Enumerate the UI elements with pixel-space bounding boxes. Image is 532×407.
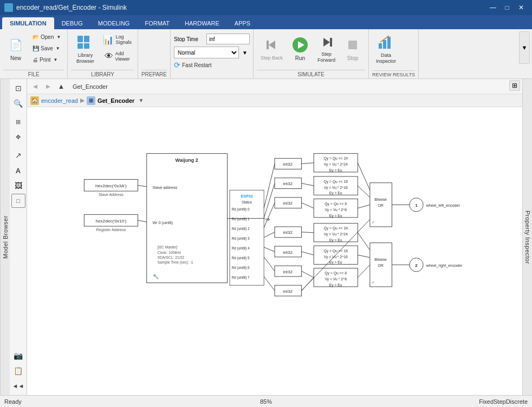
tab-debug[interactable]: DEBUG [54,17,90,29]
area-tool[interactable]: □ [11,194,25,208]
data-inspector-button[interactable]: DataInspector [372,31,400,66]
add-viewer-button[interactable]: 👁 AddViewer [100,48,134,64]
svg-marker-5 [269,41,275,49]
review-section-label: REVIEW RESULTS [372,70,415,77]
breadcrumb-current: Get_Encoder [98,97,134,104]
output-2-label: wheel_right_encoder [426,263,463,268]
rd-port-7: Rd (uint8) 7 [232,275,250,280]
conn-int32-shift-3 [302,203,314,208]
ribbon-expand-button[interactable]: ▼ [519,31,530,64]
arrow-tool[interactable]: ↗ [11,148,25,162]
int32-label-5: int32 [283,250,293,255]
wrench-icon: 🔧 [153,273,159,280]
conn-shift2-bitor1 [358,186,370,198]
shift-text-1c: Ey = Eu [329,168,342,173]
step-forward-button[interactable]: StepForward [314,31,339,66]
slave-address-label: Slave Address [99,192,124,197]
bitwise-or-2-check: ✓ [372,280,375,285]
ribbon: 📄 New 📂 Open ▼ 💾 Save ▼ 🖨 Print [0,29,532,79]
step-forward-icon [318,34,335,50]
image-tool[interactable]: 🖼 [11,179,25,193]
shift-text-4c: Ey = Eu [329,238,342,242]
model-browser-tab[interactable]: Model Browser [0,79,10,395]
step-back-button[interactable]: Step Back [257,31,287,66]
register-address-label: Register Address [96,227,126,232]
new-icon: 📄 [7,36,24,54]
prepare-section-label: PREPARE [141,70,167,77]
layers-button[interactable]: 📋 [11,364,25,378]
property-inspector-tab[interactable]: Property Inspector [522,79,532,395]
pan-button[interactable]: ✥ [11,130,25,144]
toggle-corner-button[interactable]: ⊞ [509,80,520,91]
int32-label-7: int32 [283,289,293,294]
sim-top-row: Stop Time Normal Accelerator ▼ ⟳ Fast Re… [174,31,250,76]
step-back-icon [263,36,281,54]
fast-restart-button[interactable]: ⟳ Fast Restart [174,61,250,69]
stop-label: Stop [347,55,359,61]
tab-format[interactable]: FORMAT [137,17,177,29]
simulation-mode-select[interactable]: Normal Accelerator [174,47,239,58]
rd-port-6: Rd (uint8) 6 [232,266,250,270]
camera-button[interactable]: 📷 [11,349,25,363]
conn-hex1-waijung [138,185,147,187]
svg-rect-10 [348,41,357,49]
open-button[interactable]: 📂 Open ▼ [29,31,64,42]
maximize-button[interactable]: □ [501,2,514,13]
tab-modeling[interactable]: MODELING [90,17,138,29]
int32-label-2: int32 [283,181,293,186]
conn-esp32-int32-5 [264,247,275,252]
output-1-label: wheel_left_encoder [426,203,460,208]
conn-esp32-int32-4 [264,232,275,238]
close-button[interactable]: ✕ [515,2,528,13]
shift-text-4b: Vy = Vu * 2^24 [324,232,348,237]
new-button[interactable]: 📄 New [3,31,28,66]
back-nav-button[interactable]: ◄ [29,81,41,93]
forward-nav-button[interactable]: ► [42,81,54,93]
collapse-btn[interactable]: ◄◄ [11,379,25,393]
bitwise-or-1-label1: Bitwise [374,197,387,202]
fit-all-button[interactable]: ⊡ [11,81,25,95]
save-button[interactable]: 💾 Save ▼ [29,43,64,54]
text-tool[interactable]: A [11,163,25,178]
library-browser-button[interactable]: LibraryBrowser [71,31,99,66]
shift-text-2c: Ey = Eu [329,191,342,195]
wr0-port: Wr 0 (uint8) [153,220,173,225]
stop-icon [344,36,361,54]
breadcrumb-dropdown[interactable]: ▼ [137,96,145,105]
mode-dropdown-icon: ▼ [242,50,248,56]
shift-text-6b: Vy = Vu * 2^8 [325,277,347,281]
ribbon-section-file: 📄 New 📂 Open ▼ 💾 Save ▼ 🖨 Print [0,29,68,78]
shift-text-5c: Ey = Eu [329,260,342,265]
status-zoom: 85% [179,398,353,405]
breadcrumb-root[interactable]: encoder_read [41,97,78,104]
breadcrumb-tab-label: Get_Encoder [73,83,108,90]
fast-restart-icon: ⟳ [174,61,180,69]
new-col: 📄 New [3,31,28,66]
int32-label-3: int32 [283,201,293,206]
tab-hardware[interactable]: HARDWARE [177,17,227,29]
run-button[interactable]: Run [288,31,313,66]
svg-rect-1 [84,36,89,42]
conn-shift4-bitor2 [358,233,370,250]
esp32-label: ESP32 [241,194,252,199]
tab-simulation[interactable]: SIMULATION [2,17,54,29]
shift-text-5a: Qy = Qu << 16 [323,249,348,253]
stop-time-input[interactable] [206,34,250,44]
int32-label-4: int32 [283,230,293,235]
print-button[interactable]: 🖨 Print ▼ [29,54,64,65]
log-signals-button[interactable]: 📊 LogSignals [100,31,134,48]
up-nav-button[interactable]: ▲ [55,81,67,93]
fast-restart-label: Fast Restart [182,62,211,68]
zoom-in-button[interactable]: 🔍 [11,96,25,110]
rd-port-2: Rd (uint8) 2 [232,227,250,231]
svg-rect-13 [387,37,391,49]
stop-button[interactable]: Stop [340,31,365,66]
app-icon [4,3,13,12]
zoom-box-button[interactable]: ⊞ [11,115,25,129]
shift-text-3b: Vy = Vu * 2^8 [325,208,347,212]
esp32-status: Status [242,200,252,204]
minimize-button[interactable]: — [486,2,499,13]
conn-esp32-int32-6 [264,257,275,271]
tab-apps[interactable]: APPS [227,17,258,29]
shift-text-2a: Qy = Qu << 16 [323,180,348,184]
